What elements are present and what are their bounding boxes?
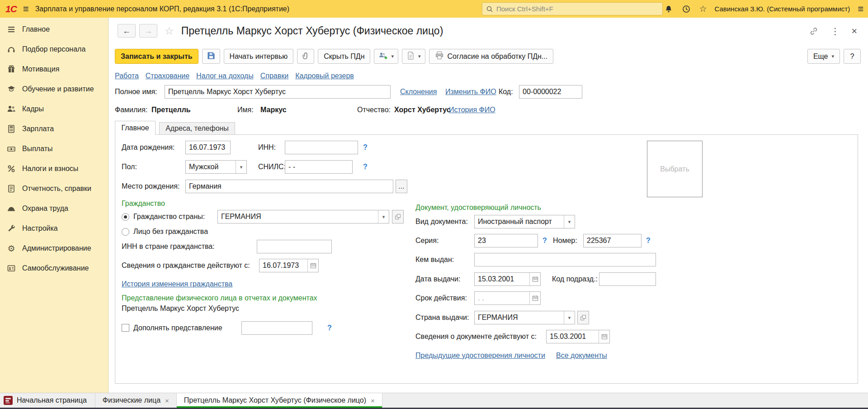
birth-date-input[interactable]: 16.07.1973 (185, 141, 231, 154)
issue-country-select[interactable]: ГЕРМАНИЯ ▾ (474, 311, 575, 324)
sidebar-item-administrirovanie[interactable]: ⚙ Администрирование (0, 238, 108, 258)
service-menu-icon[interactable]: ≡ (858, 4, 863, 14)
chevron-down-icon[interactable]: ▾ (236, 161, 246, 173)
navlink-certificates[interactable]: Справки (260, 72, 288, 80)
bottom-tab-physical-persons[interactable]: Физические лица × (95, 393, 177, 408)
more-actions-icon[interactable]: ⋮ (830, 26, 840, 37)
issue-country-open-button[interactable] (577, 311, 589, 324)
number-help-icon[interactable]: ? (646, 234, 651, 247)
code-input[interactable]: 00-0000022 (519, 85, 582, 99)
close-tab-icon[interactable]: × (371, 397, 375, 404)
issue-date-value: 15.03.2001 (475, 273, 529, 285)
number-input[interactable]: 225367 (583, 234, 642, 247)
chevron-down-icon[interactable]: ▾ (378, 210, 389, 223)
series-input[interactable]: 23 (474, 234, 538, 247)
snils-help-icon[interactable]: ? (363, 160, 368, 174)
issue-date-input[interactable]: 15.03.2001 (474, 272, 541, 286)
snils-input[interactable]: - - (285, 160, 353, 174)
create-document-button[interactable]: ▾ (402, 49, 425, 64)
sidebar-item-nalogi[interactable]: Налоги и взносы (0, 159, 108, 179)
history-clock-icon[interactable] (681, 4, 691, 14)
supplement-help-icon[interactable]: ? (327, 321, 332, 335)
favorite-star-icon[interactable]: ☆ (165, 25, 174, 37)
tab-main[interactable]: Главное (115, 121, 156, 135)
start-interview-button[interactable]: Начать интервью (224, 49, 294, 64)
forward-button[interactable]: → (139, 24, 157, 38)
stateless-label[interactable]: Лицо без гражданства (133, 225, 208, 238)
bottom-tab-person-card[interactable]: Претцелль Маркус Хорст Хубертус (Физичес… (177, 393, 382, 408)
global-search-input[interactable]: Поиск Ctrl+Shift+F (482, 2, 663, 15)
close-tab-icon[interactable]: × (165, 397, 169, 404)
back-button[interactable]: ← (118, 24, 136, 38)
all-documents-link[interactable]: Все документы (556, 351, 607, 360)
sidebar-item-podbor-personala[interactable]: Подбор персонала (0, 39, 108, 59)
favorites-star-icon[interactable]: ☆ (699, 4, 707, 14)
navlink-insurance[interactable]: Страхование (146, 72, 189, 80)
inn-help-icon[interactable]: ? (363, 141, 368, 154)
series-help-icon[interactable]: ? (542, 234, 547, 247)
sidebar-item-vyplaty[interactable]: Выплаты (0, 139, 108, 159)
declension-link[interactable]: Склонения (400, 85, 437, 99)
help-button[interactable]: ? (844, 49, 861, 64)
get-link-icon[interactable] (809, 26, 819, 36)
inn-input[interactable] (285, 141, 358, 154)
sidebar-item-zarplata[interactable]: Зарплата (0, 119, 108, 139)
foreign-inn-input[interactable] (257, 240, 332, 253)
navlink-work[interactable]: Работа (115, 72, 139, 80)
stateless-radio[interactable] (122, 228, 129, 236)
sidebar-item-ohrana-truda[interactable]: Охрана труда (0, 199, 108, 219)
supplement-label[interactable]: Дополнять представление (133, 321, 222, 335)
save-and-close-button[interactable]: Записать и закрыть (115, 49, 198, 64)
calendar-icon[interactable] (307, 259, 318, 272)
birth-place-choose-button[interactable]: ... (396, 180, 407, 193)
citizenship-country-open-button[interactable] (392, 210, 404, 224)
full-name-input[interactable]: Претцелль Маркус Хорст Хубертус (165, 85, 391, 99)
save-button[interactable] (202, 49, 220, 64)
sidebar-item-otchetnost[interactable]: Отчетность, справки (0, 179, 108, 199)
home-page-tab[interactable]: Начальная страница (0, 393, 95, 408)
sidebar-item-samoobsluzhivanie[interactable]: Самообслуживание (0, 258, 108, 278)
photo-choose-area[interactable]: Выбрать (647, 141, 703, 197)
dept-code-input[interactable] (599, 272, 656, 286)
responsible-persons-button[interactable]: ▾ (374, 49, 398, 64)
current-user[interactable]: Савинская З.Ю. (Системный программист) (714, 5, 850, 13)
pdn-consent-button[interactable]: Согласие на обработку ПДн... (429, 49, 554, 64)
change-fio-link[interactable]: Изменить ФИО (445, 85, 496, 99)
previous-documents-link[interactable]: Предыдущие удостоверения личности (415, 351, 545, 360)
sidebar-item-glavnoe[interactable]: Главное (0, 19, 108, 39)
chevron-down-icon[interactable]: ▾ (564, 311, 575, 324)
close-form-icon[interactable]: × (851, 26, 857, 36)
hide-pdn-button[interactable]: Скрыть ПДн (318, 49, 370, 64)
citizenship-country-select[interactable]: ГЕРМАНИЯ ▾ (217, 210, 389, 224)
citizenship-history-link[interactable]: История изменения гражданства (122, 280, 232, 289)
tab-addresses-phones[interactable]: Адреса, телефоны (159, 122, 235, 135)
supplement-checkbox[interactable] (122, 324, 129, 332)
calendar-icon[interactable] (599, 330, 609, 343)
validity-input[interactable]: . . (474, 291, 541, 305)
navlink-personnel-reserve[interactable]: Кадровый резерв (295, 72, 354, 80)
calendar-icon[interactable] (529, 273, 540, 285)
sidebar-item-nastroyka[interactable]: Настройка (0, 219, 108, 238)
notifications-bell-icon[interactable] (664, 4, 674, 14)
citizenship-country-radio[interactable] (122, 213, 129, 221)
attachments-button[interactable] (297, 49, 314, 64)
gender-select[interactable]: Мужской ▾ (185, 160, 247, 174)
doc-type-select[interactable]: Иностранный паспорт ▾ (474, 215, 575, 228)
calendar-icon[interactable] (529, 292, 540, 304)
fio-history-link[interactable]: История ФИО (449, 105, 495, 114)
citizenship-valid-from-input[interactable]: 16.07.1973 (259, 259, 319, 272)
main-menu-icon[interactable]: ≡ (23, 4, 29, 14)
sidebar-item-label: Подбор персонала (22, 45, 85, 53)
more-button[interactable]: Еще ▾ (807, 49, 840, 64)
supplement-input[interactable] (241, 321, 312, 335)
citizenship-country-label[interactable]: Гражданство страны: (133, 210, 205, 224)
doc-valid-from-input[interactable]: 15.03.2001 (546, 330, 610, 343)
sidebar-item-motivaciya[interactable]: Мотивация (0, 59, 108, 79)
sidebar-item-label: Отчетность, справки (22, 185, 91, 193)
sidebar-item-kadry[interactable]: Кадры (0, 99, 108, 119)
birth-place-input[interactable]: Германия (185, 180, 393, 193)
navlink-income-tax[interactable]: Налог на доходы (196, 72, 254, 80)
issued-by-input[interactable] (474, 253, 656, 266)
sidebar-item-obuchenie[interactable]: Обучение и развитие (0, 79, 108, 99)
chevron-down-icon[interactable]: ▾ (564, 215, 575, 228)
